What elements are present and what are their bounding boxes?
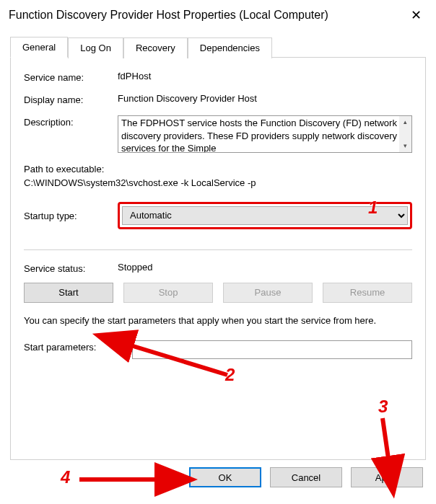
description-box[interactable]: The FDPHOST service hosts the Function D…: [118, 115, 412, 153]
title-bar: Function Discovery Provider Host Propert…: [0, 0, 436, 27]
close-icon[interactable]: ✕: [406, 6, 426, 25]
startup-type-highlight: Automatic (Delayed Start)AutomaticManual…: [118, 202, 412, 229]
display-name-value: Function Discovery Provider Host: [118, 93, 412, 105]
scroll-up-icon[interactable]: ▴: [399, 116, 411, 128]
startup-type-label: Startup type:: [24, 209, 118, 221]
tab-strip: General Log On Recovery Dependencies: [10, 36, 426, 58]
service-name-label: Service name:: [24, 71, 118, 83]
description-label: Description:: [24, 115, 118, 153]
ok-button[interactable]: OK: [189, 467, 261, 487]
description-scrollbar[interactable]: ▴ ▾: [399, 116, 411, 152]
description-text: The FDPHOST service hosts the Function D…: [121, 118, 397, 153]
display-name-label: Display name:: [24, 93, 118, 105]
service-name-value: fdPHost: [118, 71, 412, 83]
apply-button[interactable]: Apply: [351, 467, 423, 487]
path-label: Path to executable:: [24, 163, 412, 177]
general-panel: Service name: fdPHost Display name: Func…: [10, 58, 426, 460]
resume-button: Resume: [323, 283, 412, 303]
startup-type-select[interactable]: Automatic (Delayed Start)AutomaticManual…: [122, 206, 408, 225]
tab-logon[interactable]: Log On: [68, 37, 123, 58]
scroll-down-icon[interactable]: ▾: [399, 140, 411, 152]
stop-button: Stop: [123, 283, 213, 303]
start-param-note: You can specify the start parameters tha…: [24, 314, 412, 327]
start-parameters-label: Start parameters:: [24, 340, 132, 359]
service-status-label: Service status:: [24, 262, 118, 274]
tab-recovery[interactable]: Recovery: [123, 37, 188, 58]
executable-path: C:\WINDOWS\system32\svchost.exe -k Local…: [24, 177, 412, 190]
cancel-button[interactable]: Cancel: [270, 467, 342, 487]
pause-button: Pause: [223, 283, 313, 303]
tab-dependencies[interactable]: Dependencies: [188, 37, 272, 58]
window-title: Function Discovery Provider Host Propert…: [9, 9, 328, 22]
separator: [24, 249, 412, 250]
tab-general[interactable]: General: [10, 37, 68, 58]
service-status-value: Stopped: [118, 262, 412, 274]
start-parameters-input[interactable]: [132, 340, 412, 359]
dialog-window: Function Discovery Provider Host Propert…: [0, 0, 436, 504]
dialog-footer: OK Cancel Apply: [0, 460, 436, 487]
start-button[interactable]: Start: [24, 283, 113, 303]
service-control-buttons: Start Stop Pause Resume: [24, 283, 412, 303]
